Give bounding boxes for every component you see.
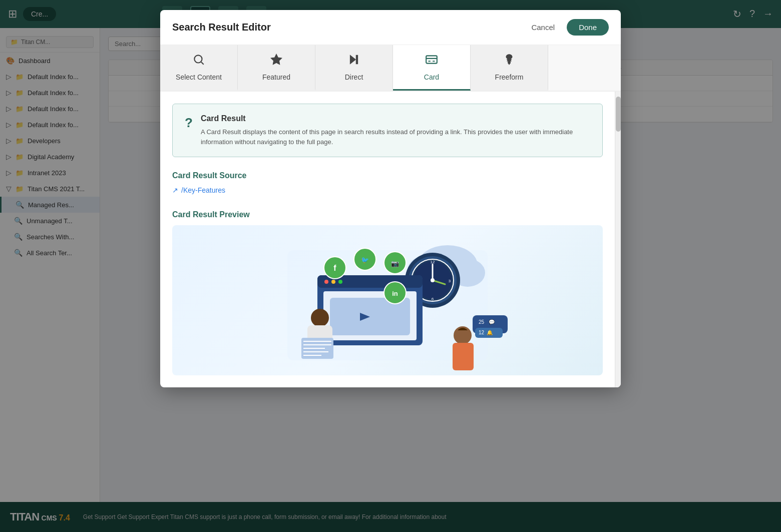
tab-label: Direct — [345, 73, 363, 81]
svg-marker-2 — [271, 54, 282, 65]
svg-marker-3 — [350, 55, 355, 64]
modal-body-container: ? Card Result A Card Result displays the… — [160, 92, 621, 387]
tab-freeform[interactable]: Freeform — [471, 45, 548, 91]
svg-text:f: f — [333, 264, 336, 272]
tab-select-content[interactable]: Select Content — [160, 45, 238, 91]
svg-rect-49 — [453, 343, 474, 370]
svg-point-26 — [324, 280, 328, 284]
tab-label: Featured — [262, 73, 290, 81]
question-mark-icon: ? — [185, 115, 193, 131]
preview-section-title: Card Result Preview — [172, 210, 603, 219]
source-section-title: Card Result Source — [172, 171, 603, 180]
star-tab-icon — [270, 53, 283, 69]
source-link-text: /Key-Features — [181, 186, 225, 194]
svg-point-0 — [194, 55, 202, 63]
svg-text:12: 12 — [431, 260, 435, 264]
svg-point-28 — [338, 280, 342, 284]
svg-point-27 — [331, 280, 335, 284]
svg-line-1 — [201, 62, 204, 65]
freeform-tab-icon — [503, 53, 516, 69]
modal-title: Search Result Editor — [172, 22, 271, 33]
svg-text:🐦: 🐦 — [361, 256, 369, 264]
modal-scrollbar[interactable] — [615, 92, 621, 387]
tab-label: Select Content — [176, 73, 222, 81]
modal-body: ? Card Result A Card Result displays the… — [160, 92, 615, 387]
modal-header: Search Result Editor Cancel Done — [160, 10, 621, 45]
svg-text:in: in — [392, 290, 398, 297]
svg-text:3: 3 — [449, 279, 451, 283]
external-link-icon: ↗ — [172, 186, 178, 194]
search-tab-icon — [192, 53, 205, 69]
tab-label: Freeform — [495, 73, 524, 81]
info-content: Card Result A Card Result displays the c… — [201, 114, 590, 147]
svg-point-40 — [311, 309, 329, 327]
done-button[interactable]: Done — [567, 19, 609, 36]
preview-image: 12 3 6 9 — [172, 225, 603, 375]
tab-featured[interactable]: Featured — [238, 45, 315, 91]
svg-text:25: 25 — [479, 319, 485, 325]
tab-label: Card — [424, 73, 439, 81]
card-result-title: Card Result — [201, 114, 590, 123]
svg-point-19 — [431, 278, 435, 282]
search-result-editor-modal: Search Result Editor Cancel Done Select … — [160, 10, 621, 387]
card-tab-icon — [425, 53, 438, 69]
svg-rect-5 — [426, 56, 437, 63]
modal-overlay[interactable]: Search Result Editor Cancel Done Select … — [0, 0, 781, 532]
svg-text:🔔: 🔔 — [487, 329, 493, 336]
svg-text:6: 6 — [432, 297, 434, 301]
svg-rect-4 — [356, 55, 357, 64]
scrollbar-thumb — [616, 97, 621, 132]
source-link[interactable]: ↗ /Key-Features — [172, 186, 603, 194]
card-result-description: A Card Result displays the content of th… — [201, 127, 590, 147]
tab-card[interactable]: Card — [393, 45, 471, 91]
svg-text:12: 12 — [479, 330, 485, 335]
preview-section: Card Result Preview — [172, 210, 603, 375]
card-result-info-box: ? Card Result A Card Result displays the… — [172, 104, 603, 157]
tab-direct[interactable]: Direct — [315, 45, 393, 91]
tab-bar: Select Content Featured — [160, 45, 621, 92]
cancel-button[interactable]: Cancel — [525, 20, 561, 35]
svg-text:💬: 💬 — [489, 319, 495, 325]
svg-text:📷: 📷 — [391, 259, 400, 268]
modal-header-actions: Cancel Done — [525, 19, 609, 36]
skip-tab-icon — [347, 53, 360, 69]
